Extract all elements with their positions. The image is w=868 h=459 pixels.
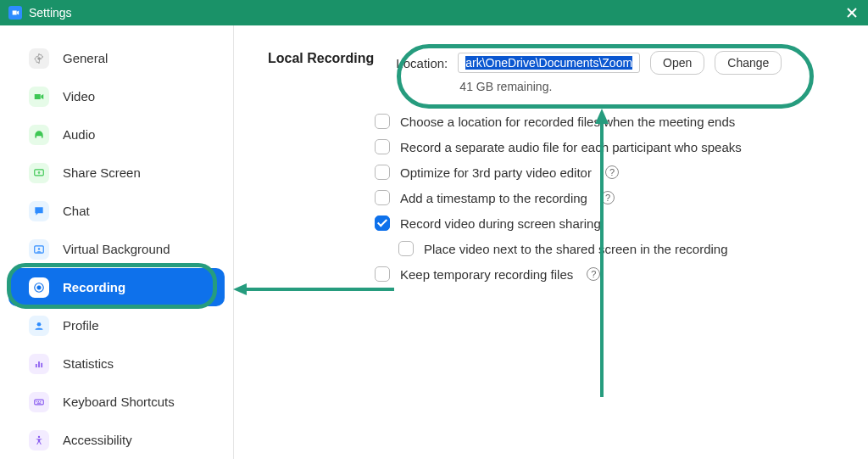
disk-remaining-text: 41 GB remaining. — [459, 80, 834, 93]
virtual-background-icon — [29, 239, 49, 260]
settings-main-pane: Local Recording Location: ark\OneDrive\D… — [234, 25, 868, 459]
opt-label: Add a timestamp to the recording — [400, 191, 587, 205]
checkbox[interactable] — [375, 165, 390, 180]
sidebar-item-virtual-background[interactable]: Virtual Background — [8, 230, 225, 268]
sidebar-item-keyboard-shortcuts[interactable]: Keyboard Shortcuts — [8, 383, 225, 421]
accessibility-icon — [29, 430, 49, 451]
opt-place-video-next-to-shared[interactable]: Place video next to the shared screen in… — [398, 241, 834, 256]
sidebar-item-label: Chat — [63, 204, 90, 218]
checkbox[interactable] — [375, 266, 390, 282]
sidebar-item-label: Statistics — [63, 356, 114, 371]
checkbox[interactable] — [375, 216, 390, 231]
opt-record-video-during-screen-share[interactable]: Record video during screen sharing — [375, 216, 834, 231]
keyboard-icon — [29, 392, 49, 412]
svg-point-5 — [38, 248, 40, 249]
sidebar-item-label: Audio — [63, 127, 95, 142]
app-icon — [8, 6, 22, 20]
checkbox[interactable] — [398, 241, 414, 256]
open-location-button[interactable]: Open — [650, 51, 704, 75]
window-title: Settings — [29, 6, 72, 20]
video-icon — [29, 87, 49, 107]
sidebar-item-label: Recording — [63, 280, 125, 294]
titlebar: Settings — [0, 0, 868, 25]
help-icon[interactable]: ? — [587, 267, 600, 281]
opt-separate-audio-per-participant[interactable]: Record a separate audio file for each pa… — [375, 139, 834, 154]
svg-point-17 — [38, 435, 40, 437]
sidebar-item-recording[interactable]: Recording — [8, 268, 225, 306]
opt-label: Record a separate audio file for each pa… — [400, 140, 742, 154]
profile-icon — [29, 316, 49, 336]
opt-label: Optimize for 3rd party video editor — [400, 165, 592, 180]
recording-location-row: Location: ark\OneDrive\Documents\Zoom Op… — [396, 51, 834, 75]
sidebar-item-label: Accessibility — [63, 433, 132, 447]
svg-point-8 — [37, 322, 42, 326]
svg-rect-14 — [38, 400, 39, 401]
opt-add-timestamp[interactable]: Add a timestamp to the recording ? — [375, 190, 834, 205]
sidebar-item-label: Video — [63, 89, 95, 104]
opt-label: Place video next to the shared screen in… — [424, 242, 728, 256]
svg-rect-11 — [41, 362, 42, 367]
help-icon[interactable]: ? — [605, 165, 619, 179]
sidebar-item-label: Virtual Background — [63, 242, 170, 256]
settings-sidebar: General Video Audio Share Screen Chat Vi… — [0, 25, 234, 459]
statistics-icon — [29, 354, 49, 374]
gear-icon — [29, 48, 49, 69]
svg-rect-16 — [37, 402, 42, 403]
headphones-icon — [29, 125, 49, 145]
sidebar-item-video[interactable]: Video — [8, 77, 225, 115]
opt-label: Record video during screen sharing — [400, 216, 601, 231]
section-title-local-recording: Local Recording — [268, 51, 374, 66]
checkbox[interactable] — [375, 190, 390, 205]
sidebar-item-profile[interactable]: Profile — [8, 306, 225, 344]
share-screen-icon — [29, 163, 49, 183]
sidebar-item-label: Profile — [63, 318, 99, 333]
location-label: Location: — [396, 56, 448, 70]
chat-icon — [29, 201, 49, 221]
sidebar-item-audio[interactable]: Audio — [8, 115, 225, 154]
opt-choose-location-after-meeting[interactable]: Choose a location for recorded files whe… — [375, 114, 834, 129]
window-close-button[interactable] — [843, 3, 861, 22]
opt-keep-temp-recording-files[interactable]: Keep temporary recording files ? — [375, 266, 834, 282]
recording-options: Choose a location for recorded files whe… — [375, 114, 834, 282]
sidebar-item-label: General — [63, 51, 108, 65]
recording-location-path[interactable]: ark\OneDrive\Documents\Zoom — [458, 53, 640, 73]
svg-point-7 — [37, 285, 42, 289]
sidebar-item-label: Share Screen — [63, 165, 141, 180]
svg-rect-13 — [36, 400, 37, 401]
svg-rect-9 — [36, 364, 37, 367]
sidebar-item-accessibility[interactable]: Accessibility — [8, 421, 225, 459]
record-icon — [29, 277, 49, 298]
help-icon[interactable]: ? — [601, 191, 615, 204]
opt-optimize-3rd-party-editor[interactable]: Optimize for 3rd party video editor ? — [375, 165, 834, 180]
sidebar-item-chat[interactable]: Chat — [8, 192, 225, 230]
opt-label: Choose a location for recorded files whe… — [400, 115, 735, 129]
sidebar-item-general[interactable]: General — [8, 39, 225, 77]
sidebar-item-statistics[interactable]: Statistics — [8, 344, 225, 383]
svg-rect-15 — [40, 400, 41, 401]
sidebar-item-share-screen[interactable]: Share Screen — [8, 154, 225, 192]
opt-label: Keep temporary recording files — [400, 267, 573, 282]
change-location-button[interactable]: Change — [715, 51, 782, 75]
checkbox[interactable] — [375, 139, 390, 154]
sidebar-item-label: Keyboard Shortcuts — [63, 395, 175, 409]
svg-rect-10 — [38, 361, 40, 367]
checkbox[interactable] — [375, 114, 390, 129]
